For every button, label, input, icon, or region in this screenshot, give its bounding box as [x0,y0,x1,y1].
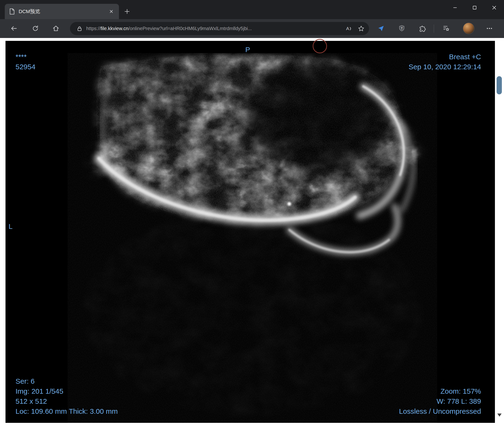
favorites-hub-button[interactable] [439,21,453,35]
window-controls [445,0,504,15]
tab-title: DCM预览 [19,8,108,15]
new-tab-button[interactable] [122,6,132,17]
study-label: Breast +C [408,52,481,62]
window-close-button[interactable] [484,0,504,15]
home-button[interactable] [49,21,63,35]
annotation-circle[interactable] [313,39,327,53]
maximize-icon [471,4,478,11]
hub-star-icon [442,25,450,32]
slice-location: Loc: 109.60 mm Thick: 3.00 mm [16,406,118,416]
address-bar[interactable]: https://file.kkview.cn/onlinePreview?url… [70,22,369,35]
zoom-level: Zoom: 157% [399,386,481,396]
orientation-marker-posterior: P [241,45,255,55]
patient-number: 52954 [16,62,35,72]
extension-translate-button[interactable] [374,21,388,35]
svg-text:A: A [346,26,349,31]
tab-bar: DCM预览 [0,0,504,19]
series-number: Ser: 6 [16,376,118,386]
close-icon [491,4,498,11]
tab-close-icon[interactable] [108,8,115,15]
url-domain: file.kkview.cn [100,26,128,31]
ellipsis-icon [486,25,493,32]
lock-icon[interactable] [76,25,83,32]
series-info-block: Ser: 6 Img: 201 1/545 512 x 512 Loc: 109… [16,376,118,416]
more-menu-button[interactable] [482,21,497,35]
display-info-block: Zoom: 157% W: 778 L: 389 Lossless / Unco… [399,386,481,416]
navigation-bar: https://file.kkview.cn/onlinePreview?url… [0,19,504,38]
window-level: W: 778 L: 389 [399,396,481,406]
star-icon [358,25,365,32]
blue-extension-icon [377,25,385,32]
url-scheme: https:// [86,26,100,31]
read-aloud-icon: A [345,25,352,32]
patient-id-masked: **** [16,52,35,62]
profile-avatar[interactable] [463,23,474,34]
window-minimize-button[interactable] [445,0,465,15]
shield-icon: T [398,25,405,32]
back-arrow-icon [10,25,18,32]
patient-info-block: **** 52954 [16,52,35,72]
refresh-icon [32,25,39,32]
document-icon [9,8,15,15]
window-maximize-button[interactable] [465,0,484,15]
image-index: Img: 201 1/545 [16,386,118,396]
plus-icon [124,8,131,15]
favorite-star-button[interactable] [358,25,365,32]
back-button[interactable] [7,21,21,35]
matrix-size: 512 x 512 [16,396,118,406]
study-info-block: Breast +C Sep 10, 2020 12:29:14 [408,52,481,72]
home-icon [52,25,60,32]
dicom-viewer-canvas[interactable]: **** 52954 P Breast +C Sep 10, 2020 12:2… [6,41,495,423]
compression-info: Lossless / Uncompressed [399,406,481,416]
toolbar-separator [434,25,434,33]
page-content: **** 52954 P Breast +C Sep 10, 2020 12:2… [0,38,504,430]
study-datetime: Sep 10, 2020 12:29:14 [408,62,481,72]
url-text: https://file.kkview.cn/onlinePreview?url… [86,26,339,31]
puzzle-icon [419,25,427,32]
svg-text:T: T [401,27,403,30]
browser-tab[interactable]: DCM预览 [5,4,119,19]
extension-shield-button[interactable]: T [395,21,409,35]
minimize-icon [451,4,459,11]
mri-image [68,53,437,423]
refresh-button[interactable] [28,21,42,35]
scrollbar-thumb[interactable] [497,76,502,94]
url-path: /onlinePreview?url=aHR0cHM6Ly9maWxlLmtrd… [128,26,252,31]
scrollbar-down-arrow[interactable] [497,413,502,417]
extensions-button[interactable] [416,21,430,35]
orientation-marker-left: L [9,222,13,232]
read-aloud-button[interactable]: A [345,25,352,32]
